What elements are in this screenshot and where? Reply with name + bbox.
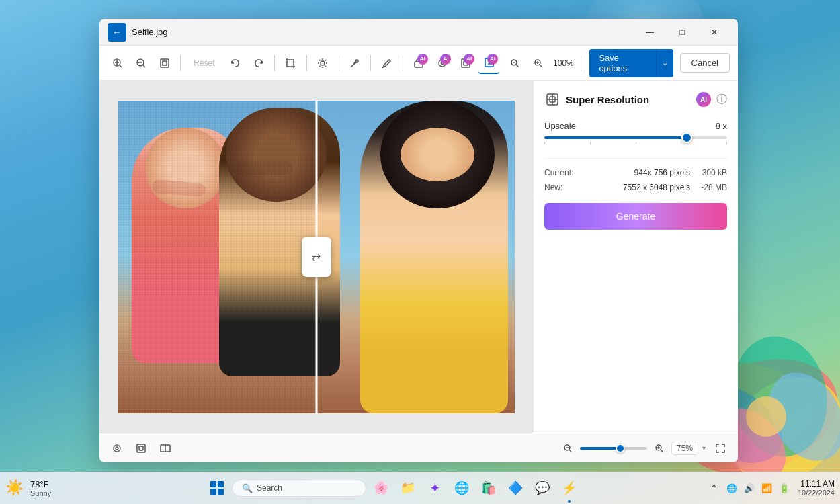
taskbar-teams-app[interactable]: 💬: [530, 476, 554, 500]
panel-header: Super Resolution AI ⓘ: [544, 91, 727, 108]
sound-icon[interactable]: 🔊: [741, 480, 757, 496]
frame-icon[interactable]: [132, 439, 151, 458]
zoom-dropdown-arrow[interactable]: ▾: [700, 443, 708, 453]
zoom-slider[interactable]: [580, 447, 647, 450]
toolbar-separator-right: [581, 55, 581, 71]
toolbar-zoom-out-icon[interactable]: [505, 52, 526, 74]
toolbar: Reset: [99, 46, 738, 81]
tick-5: [726, 142, 727, 144]
taskbar-dev-app[interactable]: ⚡: [557, 476, 581, 500]
upscale-value: 8 x: [716, 121, 727, 131]
slider-ticks: [544, 142, 727, 144]
close-button[interactable]: ✕: [699, 22, 730, 43]
windows-logo: [210, 481, 224, 495]
taskbar-store-app[interactable]: 🛍️: [476, 476, 501, 500]
upscale-slider[interactable]: [544, 136, 727, 144]
network-icon[interactable]: 🌐: [724, 480, 740, 496]
save-options-button[interactable]: Save options: [589, 49, 655, 77]
zoom-out-bottom-icon[interactable]: [558, 439, 577, 458]
taskbar-photos-app[interactable]: 🌸: [369, 476, 393, 500]
toolbar-zoom-in-icon[interactable]: [528, 52, 549, 74]
chevron-up-icon[interactable]: ⌃: [706, 480, 722, 496]
system-tray-icons: ⌃ 🌐 🔊 📶 🔋: [706, 480, 792, 496]
crop-icon[interactable]: [280, 52, 301, 74]
tick-2: [590, 142, 591, 144]
taskbar-files-app[interactable]: 📁: [396, 476, 420, 500]
svg-line-37: [517, 65, 519, 67]
zoom-in-bottom-icon[interactable]: [650, 439, 669, 458]
generate-button[interactable]: Generate: [544, 203, 727, 230]
split-handle-button[interactable]: ⇄: [302, 237, 331, 277]
svg-rect-16: [163, 61, 167, 65]
zoom-in-icon[interactable]: [108, 52, 128, 74]
start-button[interactable]: [205, 476, 229, 500]
zoom-out-icon[interactable]: [131, 52, 152, 74]
battery-icon[interactable]: 🔋: [776, 480, 792, 496]
svg-line-25: [319, 65, 321, 67]
ai-retouch-icon[interactable]: AI: [432, 52, 453, 74]
fit-window-icon[interactable]: [155, 52, 175, 74]
save-options-dropdown[interactable]: ⌄: [656, 49, 673, 77]
svg-line-9: [120, 65, 122, 67]
zoom-slider-container[interactable]: [580, 447, 647, 450]
search-bar[interactable]: 🔍 Search: [232, 480, 366, 497]
zoom-slider-thumb[interactable]: [616, 444, 625, 453]
search-icon: 🔍: [242, 483, 253, 493]
bottom-bar: 75% ▾: [99, 433, 738, 462]
ai-super-res-icon[interactable]: AI: [478, 52, 499, 74]
undo-icon[interactable]: [225, 52, 246, 74]
taskbar-weather: 78°F Sunny: [30, 479, 51, 497]
taskbar-edge-app[interactable]: 🔷: [503, 476, 528, 500]
toolbar-separator-6: [403, 55, 403, 71]
ai-frame-icon[interactable]: AI: [455, 52, 476, 74]
toolbar-separator-2: [274, 55, 275, 71]
upscale-row: Upscale 8 x: [544, 121, 727, 131]
weather-condition: Sunny: [30, 489, 51, 497]
window-title: Selfie.jpg: [132, 27, 629, 37]
retouch-icon[interactable]: [344, 52, 365, 74]
photo-container: ⇄: [118, 101, 515, 413]
taskbar-browser-app[interactable]: 🌐: [450, 476, 474, 500]
info-section: Current: 944x 756 pixels 300 kB New: 755…: [544, 158, 727, 192]
tick-4: [681, 142, 681, 144]
wifi-icon[interactable]: 📶: [759, 480, 775, 496]
zoom-value-display[interactable]: 75%: [671, 442, 698, 455]
ai-badge-super: AI: [487, 54, 498, 65]
toolbar-separator-1: [180, 55, 181, 71]
draw-icon[interactable]: [376, 52, 397, 74]
main-content: ⇄ Super Resolution AI ⓘ: [99, 81, 738, 433]
adjust-icon[interactable]: [312, 52, 333, 74]
taskbar: ☀️ 78°F Sunny 🔍 Search 🌸 📁 ✦ 🌐 🛍️ 🔷: [0, 472, 840, 504]
redo-icon[interactable]: [248, 52, 269, 74]
ai-badge-erase: AI: [417, 54, 428, 65]
toolbar-zoom-value: 100%: [551, 52, 575, 74]
slider-thumb[interactable]: [681, 132, 692, 143]
weather-temp: 78°F: [30, 479, 51, 489]
panel-title: Super Resolution: [566, 94, 691, 106]
svg-rect-15: [161, 59, 169, 67]
toolbar-separator-4: [339, 55, 339, 71]
cancel-button[interactable]: Cancel: [680, 53, 730, 73]
svg-line-23: [325, 65, 327, 67]
fullscreen-icon[interactable]: [711, 439, 730, 458]
taskbar-ai-app[interactable]: ✦: [423, 476, 447, 500]
split-view-icon[interactable]: [156, 439, 175, 458]
title-bar: ← Selfie.jpg — □ ✕: [99, 19, 738, 46]
taskbar-right: ⌃ 🌐 🔊 📶 🔋 11:11 AM 10/22/2024: [700, 479, 835, 497]
svg-point-47: [114, 445, 120, 452]
minimize-button[interactable]: —: [634, 22, 665, 43]
maximize-button[interactable]: □: [667, 22, 698, 43]
ai-erase-icon[interactable]: AI: [409, 52, 429, 74]
toolbar-separator-3: [306, 55, 307, 71]
taskbar-clock[interactable]: 11:11 AM 10/22/2024: [798, 479, 835, 497]
svg-rect-49: [137, 444, 145, 452]
view-mode-icon[interactable]: [108, 439, 126, 458]
info-icon[interactable]: ⓘ: [716, 93, 727, 107]
svg-line-24: [325, 60, 327, 61]
svg-line-27: [389, 60, 390, 61]
current-size: 300 kB: [690, 168, 727, 177]
panel-ai-badge: AI: [696, 92, 711, 107]
reset-button[interactable]: Reset: [186, 54, 222, 73]
super-resolution-icon: [544, 91, 560, 108]
back-button[interactable]: ←: [108, 23, 126, 42]
